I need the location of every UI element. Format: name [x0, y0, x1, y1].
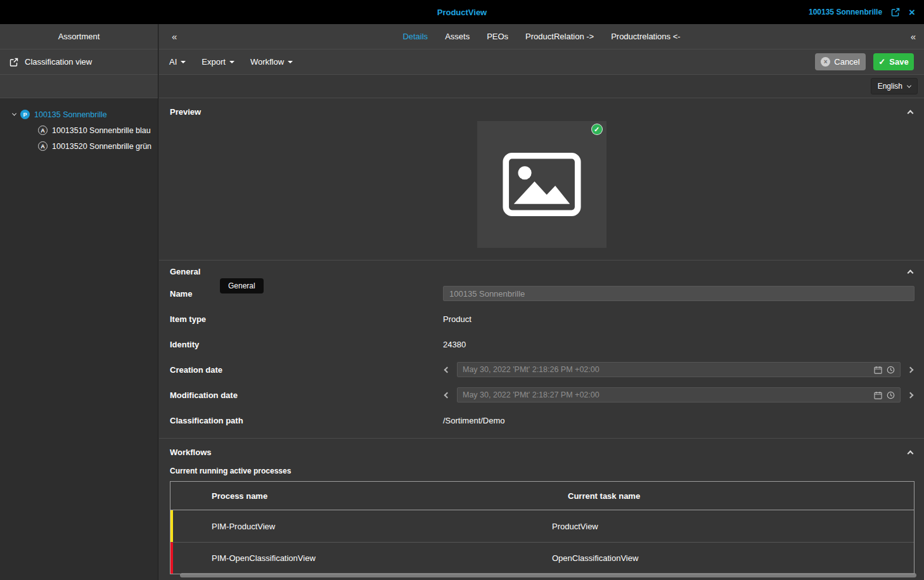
classification-view-button[interactable]: Classification view	[0, 49, 158, 75]
menu-ai[interactable]: AI	[169, 57, 186, 67]
menu-ai-label: AI	[169, 57, 177, 67]
sidebar-title: Assortment	[58, 32, 100, 41]
close-icon[interactable]: ×	[909, 7, 915, 18]
calendar-icon[interactable]	[874, 391, 882, 399]
tab-strip: Details Assets PEOs ProductRelation -> P…	[402, 32, 680, 41]
item-type-value: Product	[443, 314, 914, 324]
classification-view-label: Classification view	[25, 57, 92, 67]
collapse-section-icon[interactable]	[908, 447, 913, 458]
table-row[interactable]: PIM-ProductView ProductView	[170, 510, 914, 542]
name-field-row: Name	[159, 281, 924, 306]
collapse-section-icon[interactable]	[908, 106, 913, 117]
creation-date-input[interactable]: May 30, 2022 'PMt' 2:18:26 PM +02:00	[457, 362, 901, 377]
process-name-header: Process name	[170, 491, 511, 501]
tab-assets[interactable]: Assets	[445, 32, 470, 41]
modification-date-value: May 30, 2022 'PMt' 2:18:27 PM +02:00	[463, 390, 874, 399]
date-prev-icon[interactable]	[443, 366, 451, 374]
process-table-header: Process name Current task name	[170, 482, 914, 510]
toolbar-actions: × Cancel ✓ Save	[815, 53, 914, 70]
preview-section: Preview ✓	[159, 98, 924, 260]
task-name-cell: OpenClassificationView	[511, 553, 914, 563]
chevron-down-icon	[907, 83, 911, 87]
tabs-bar: « Details Assets PEOs ProductRelation ->…	[159, 24, 924, 49]
field-label: Classification path	[170, 416, 443, 425]
tree-item-label[interactable]: 100135 Sonnenbrille	[34, 110, 107, 119]
open-view-icon	[9, 57, 19, 67]
general-tooltip: General	[220, 278, 264, 293]
field-label: Name	[170, 289, 443, 299]
menu-workflow-label: Workflow	[250, 57, 284, 67]
menu-export[interactable]: Export	[202, 57, 234, 67]
product-view-window: ProductView 100135 Sonnenbrille × Assort…	[0, 0, 924, 580]
menu-export-label: Export	[202, 57, 226, 67]
task-name-header: Current task name	[511, 491, 914, 501]
check-icon: ✓	[878, 57, 885, 67]
task-name-cell: ProductView	[511, 522, 914, 531]
tab-peos[interactable]: PEOs	[487, 32, 508, 41]
clock-icon[interactable]	[887, 391, 895, 399]
cancel-button[interactable]: × Cancel	[815, 53, 866, 70]
menu-workflow[interactable]: Workflow	[250, 57, 293, 67]
clock-icon[interactable]	[887, 366, 895, 374]
collapse-left-panel-icon[interactable]: «	[172, 31, 177, 42]
tree-item-label[interactable]: 10013510 Sonnenbrille blau	[52, 126, 151, 135]
date-next-icon[interactable]	[906, 366, 914, 374]
top-bar: ProductView 100135 Sonnenbrille ×	[0, 0, 924, 24]
table-row[interactable]: PIM-OpenClassificationView OpenClassific…	[170, 542, 914, 574]
modification-date-field-row: Modification date May 30, 2022 'PMt' 2:1…	[159, 382, 924, 408]
process-table: Process name Current task name PIM-Produ…	[170, 481, 914, 574]
tree-item-label[interactable]: 10013520 Sonnenbrille grün	[52, 142, 151, 151]
identity-value: 24380	[443, 340, 914, 349]
app-title: ProductView	[437, 8, 487, 17]
sidebar-spacer	[0, 75, 158, 98]
current-item-label: 100135 Sonnenbrille	[809, 8, 882, 16]
item-type-field-row: Item type Product	[159, 306, 924, 332]
product-badge: P	[20, 110, 30, 119]
calendar-icon[interactable]	[874, 366, 882, 374]
collapse-right-panel-icon[interactable]: «	[911, 31, 916, 42]
sidebar-header: Assortment	[0, 24, 158, 49]
cancel-label: Cancel	[834, 57, 859, 67]
date-next-icon[interactable]	[906, 391, 914, 399]
tree-item-article-2[interactable]: A 10013520 Sonnenbrille grün	[0, 138, 158, 154]
collapse-section-icon[interactable]	[908, 266, 913, 277]
identity-field-row: Identity 24380	[159, 332, 924, 357]
name-input[interactable]	[443, 286, 914, 301]
main-panel: « Details Assets PEOs ProductRelation ->…	[159, 24, 924, 580]
workflows-section: Workflows Current running active process…	[159, 438, 924, 574]
horizontal-scrollbar[interactable]	[180, 573, 916, 577]
top-bar-right: 100135 Sonnenbrille ×	[809, 0, 915, 24]
save-label: Save	[889, 57, 908, 67]
language-bar: English	[159, 75, 924, 98]
creation-date-value: May 30, 2022 'PMt' 2:18:26 PM +02:00	[463, 365, 874, 374]
creation-date-field-row: Creation date May 30, 2022 'PMt' 2:18:26…	[159, 357, 924, 382]
classification-path-field-row: Classification path /Sortiment/Demo	[159, 408, 924, 433]
tab-productrelations-in[interactable]: Productrelations <-	[611, 32, 680, 41]
article-badge: A	[38, 141, 48, 151]
preview-image[interactable]: ✓	[477, 121, 606, 248]
details-content: Preview ✓ General	[159, 98, 924, 580]
cancel-circle-x-icon: ×	[821, 57, 830, 67]
expander-icon[interactable]	[12, 112, 16, 116]
field-label: Item type	[170, 314, 443, 324]
process-name-cell: PIM-OpenClassificationView	[173, 553, 511, 563]
tree-item-product[interactable]: P 100135 Sonnenbrille	[0, 106, 158, 122]
tab-details[interactable]: Details	[402, 32, 428, 41]
save-button[interactable]: ✓ Save	[873, 53, 914, 70]
chevron-down-icon	[229, 61, 234, 63]
article-badge: A	[38, 126, 48, 135]
approved-check-icon: ✓	[592, 124, 602, 134]
share-icon[interactable]	[890, 7, 901, 17]
assortment-tree: P 100135 Sonnenbrille A 10013510 Sonnenb…	[0, 98, 158, 154]
modification-date-input[interactable]: May 30, 2022 'PMt' 2:18:27 PM +02:00	[457, 387, 901, 403]
field-label: Modification date	[170, 390, 443, 400]
workflows-section-title: Workflows	[170, 448, 212, 457]
general-section: General General Name Item type Product I…	[159, 260, 924, 438]
action-toolbar: AI Export Workflow × Cancel ✓	[159, 49, 924, 75]
process-name-cell: PIM-ProductView	[173, 522, 511, 531]
language-label: English	[878, 82, 902, 91]
date-prev-icon[interactable]	[443, 391, 451, 399]
tree-item-article-1[interactable]: A 10013510 Sonnenbrille blau	[0, 122, 158, 138]
language-selector[interactable]: English	[871, 78, 918, 94]
tab-productrelation-out[interactable]: ProductRelation ->	[525, 32, 594, 41]
